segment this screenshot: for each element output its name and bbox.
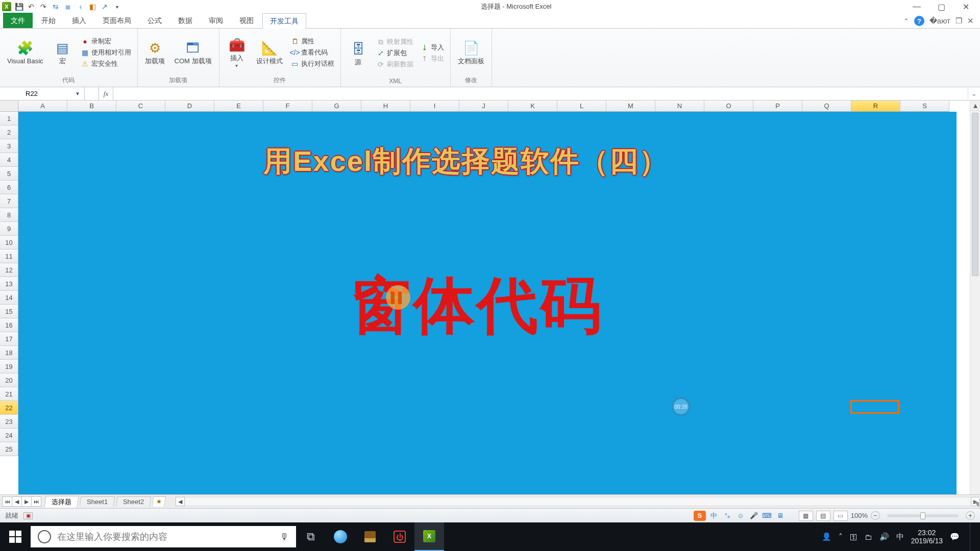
help-icon[interactable]: ? [914,16,924,26]
row-header-5[interactable]: 5 [0,167,18,181]
action-center-icon[interactable]: 💬 [950,532,960,541]
insert-control-button[interactable]: 🧰 插入 ▾ [224,35,250,69]
vertical-scrollbar[interactable]: ▴ [970,101,980,494]
relative-ref-button[interactable]: ▦ 使用相对引用 [79,48,133,57]
row-header-7[interactable]: 7 [0,194,18,208]
sogou-ime-icon[interactable]: S [694,511,706,521]
col-header-S[interactable]: S [900,101,949,112]
row-header-3[interactable]: 3 [0,139,18,153]
col-header-G[interactable]: G [312,101,361,112]
tab-view[interactable]: 视图 [232,13,261,28]
qat-redo-icon[interactable]: ↷ [39,2,48,11]
row-header-21[interactable]: 21 [0,387,18,401]
tab-data[interactable]: 数据 [170,13,200,28]
taskbar-search[interactable]: 在这里输入你要搜索的内容 🎙 [31,526,296,547]
design-mode-button[interactable]: 📐 设计模式 [253,38,286,66]
sheet-tab-2[interactable]: Sheet2 [116,496,152,507]
run-dialog-button[interactable]: ▭ 执行对话框 [289,59,336,68]
macro-security-button[interactable]: ⚠ 宏安全性 [79,59,133,68]
row-header-18[interactable]: 18 [0,346,18,360]
tray-clock[interactable]: 23:02 2019/6/13 [911,529,943,545]
zoom-out-icon[interactable]: − [871,511,880,520]
worksheet-grid[interactable]: ABCDEFGHIJKLMNOPQRS 12345678910111213141… [0,101,980,494]
zoom-thumb[interactable] [920,512,925,519]
col-header-P[interactable]: P [753,101,802,112]
zoom-value[interactable]: 100% [851,512,868,519]
formula-expand-icon[interactable]: ⌄ [968,87,980,100]
qat-custom-1-icon[interactable]: ⇆ [51,2,60,11]
col-header-J[interactable]: J [459,101,508,112]
ime-item-5[interactable]: 🖥 [775,511,786,521]
row-header-14[interactable]: 14 [0,291,18,305]
tab-formulas[interactable]: 公式 [140,13,169,28]
window-close-inner-icon[interactable]: ✕ [967,16,974,26]
tray-people-icon[interactable]: 👤 [822,532,831,541]
ime-item-2[interactable]: ☺ [736,511,746,521]
formula-input[interactable] [113,87,968,100]
taskbar-app-excel[interactable]: X [414,522,444,551]
window-restore-icon[interactable]: ❐ [955,16,962,26]
view-page-layout-icon[interactable]: ▤ [816,511,830,521]
col-header-C[interactable]: C [116,101,165,112]
scroll-thumb[interactable] [972,113,978,276]
col-header-N[interactable]: N [655,101,704,112]
row-header-6[interactable]: 6 [0,181,18,194]
col-header-O[interactable]: O [704,101,753,112]
fx-button[interactable]: fx [99,87,113,100]
map-props-button[interactable]: ⧉ 映射属性 [375,37,415,46]
row-header-10[interactable]: 10 [0,236,18,249]
row-header-9[interactable]: 9 [0,222,18,236]
task-view-button[interactable]: ⧉ [296,522,326,551]
col-header-R[interactable]: R [851,101,900,112]
name-box[interactable]: R22 ▼ [0,87,85,100]
row-header-20[interactable]: 20 [0,373,18,387]
col-header-I[interactable]: I [410,101,459,112]
sheet-nav-prev-icon[interactable]: ◀ [12,496,22,507]
macros-button[interactable]: ▤ 宏 [50,38,76,66]
row-header-13[interactable]: 13 [0,277,18,291]
tab-developer[interactable]: 开发工具 [262,13,306,29]
properties-button[interactable]: 🗒 属性 [289,37,336,46]
refresh-data-button[interactable]: ⟳ 刷新数据 [375,60,415,69]
visual-basic-button[interactable]: 🧩 Visual Basic [4,38,46,66]
col-header-H[interactable]: H [361,101,410,112]
row-header-24[interactable]: 24 [0,429,18,442]
record-macro-button[interactable]: ● 录制宏 [79,37,133,46]
qat-undo-icon[interactable]: ↶ [27,2,36,11]
maximize-button[interactable]: ▢ [935,2,947,12]
tray-volume-icon[interactable]: 🔊 [879,532,889,541]
sheet-nav-first-icon[interactable]: ⏮ [2,496,12,507]
ime-item-1[interactable]: °ₒ [722,511,732,521]
cells-area[interactable]: 用Excel制作选择题软件（四） 窗体代码 ▌▌ 00:28 [18,112,970,494]
row-header-11[interactable]: 11 [0,249,18,263]
ime-item-3[interactable]: 🎤 [749,511,759,521]
name-box-dropdown-icon[interactable]: ▼ [75,91,80,96]
col-header-L[interactable]: L [557,101,606,112]
col-header-F[interactable]: F [263,101,312,112]
horizontal-scrollbar[interactable]: ◀ ▶ [176,497,980,506]
doc-panel-button[interactable]: 📄 文档面板 [455,38,487,66]
excel-app-icon[interactable] [2,2,11,11]
tray-overflow-icon[interactable]: ˄ [839,532,843,541]
qat-custom-5-icon[interactable]: ↗ [100,2,109,11]
minimize-button[interactable]: — [911,2,923,12]
row-header-8[interactable]: 8 [0,208,18,222]
hscroll-track[interactable] [185,497,971,506]
xml-import-button[interactable]: ⤓ 导入 [419,43,446,52]
xml-export-button[interactable]: ⤒ 导出 [419,54,446,63]
addins-button[interactable]: ⚙ 加载项 [142,38,168,66]
row-header-1[interactable]: 1 [0,112,18,126]
row-header-4[interactable]: 4 [0,153,18,167]
tab-review[interactable]: 审阅 [201,13,231,28]
sheet-nav-last-icon[interactable]: ⏭ [31,496,41,507]
qat-save-icon[interactable]: 💾 [14,2,23,11]
taskbar-app-explorer[interactable] [355,522,385,551]
view-normal-icon[interactable]: ▦ [799,511,813,521]
close-button[interactable]: ✕ [960,2,972,12]
ime-item-0[interactable]: 中 [709,511,719,521]
ribbon-collapse-icon[interactable]: ⌃ [903,17,909,25]
col-header-M[interactable]: M [606,101,655,112]
col-header-E[interactable]: E [214,101,263,112]
tab-file[interactable]: 文件 [3,13,33,28]
tray-wifi-icon[interactable]: ⚿ [850,533,857,541]
